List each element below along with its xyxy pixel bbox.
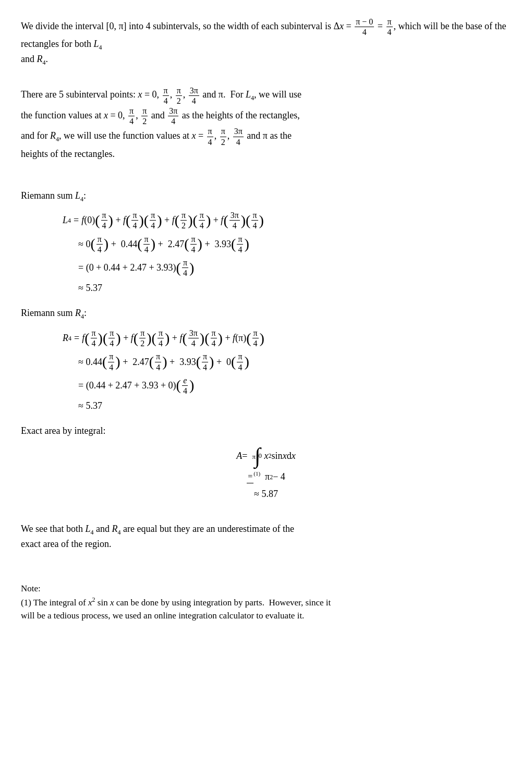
exact-label: Exact area by integral:	[21, 424, 511, 438]
l4-line1: L4 = f(0) ( π 4 ) + f ( π 4 ) ( π 4 ) +	[63, 210, 264, 230]
subinterval-paragraph: There are 5 subinterval points: x = 0, π…	[21, 86, 511, 161]
r4-line4: ≈ 5.37	[78, 399, 102, 413]
main-content: We divide the interval [0, π] into 4 sub…	[21, 17, 511, 623]
subinterval-text-4: heights of the rectangles.	[21, 149, 115, 159]
intro-paragraph: We divide the interval [0, π] into 4 sub…	[21, 17, 511, 67]
integral-line3: ≈ 5.87	[254, 487, 278, 501]
intro-text: We divide the interval [0, π] into 4 sub…	[21, 21, 506, 50]
riemann-l4-block: L4 = f(0) ( π 4 ) + f ( π 4 ) ( π 4 ) +	[63, 209, 511, 297]
r4-line1: R4 = f ( π 4 ) ( π 4 ) + f ( π 2 ) (	[63, 328, 264, 348]
l4-line3: = (0 + 0.44 + 2.47 + 3.93) ( π 4 )	[78, 258, 194, 278]
l4-line4: ≈ 5.37	[78, 281, 102, 295]
riemann-r4-label-text: Riemann sum R4:	[21, 308, 87, 318]
subinterval-text-2: the function values at x = 0, π 4 , π 2 …	[21, 110, 300, 120]
conclusion-paragraph: We see that both L4 and R4 are equal but…	[21, 522, 511, 551]
note-label: Note:	[21, 582, 511, 595]
riemann-l4-label: Riemann sum L4:	[21, 189, 511, 204]
integral-line1: A = π ∫ 0 x2 sin x dx	[236, 445, 295, 467]
conclusion-text: We see that both L4 and R4 are equal but…	[21, 524, 294, 534]
exact-label-text: Exact area by integral:	[21, 426, 105, 436]
intro-text-2: and R4.	[21, 54, 48, 64]
integral-block: A = π ∫ 0 x2 sin x dx = (1) π2 − 4	[21, 443, 511, 503]
subinterval-text: There are 5 subinterval points: x = 0, π…	[21, 89, 301, 100]
integral-line2: = (1) π2 − 4	[247, 470, 285, 484]
r4-line3: = (0.44 + 2.47 + 3.93 + 0) ( e 4 )	[78, 375, 194, 396]
r4-line2: ≈ 0.44 ( π 4 ) + 2.47 ( π 4 ) + 3.93 ( π…	[78, 351, 249, 372]
subinterval-text-3: and for R4, we will use the function val…	[21, 130, 292, 141]
riemann-r4-block: R4 = f ( π 4 ) ( π 4 ) + f ( π 2 ) (	[63, 326, 511, 415]
l4-line2: ≈ 0 ( π 4 ) + 0.44 ( π 4 ) + 2.47 ( π 4 …	[78, 234, 249, 254]
note-section: Note: (1) The integral of x2 sin x can b…	[21, 582, 511, 623]
riemann-l4-label-text: Riemann sum L4:	[21, 190, 86, 201]
riemann-r4-label: Riemann sum R4:	[21, 306, 511, 321]
note-item-1: (1) The integral of x2 sin x can be done…	[21, 595, 511, 623]
conclusion-text-2: exact area of the region.	[21, 539, 111, 549]
